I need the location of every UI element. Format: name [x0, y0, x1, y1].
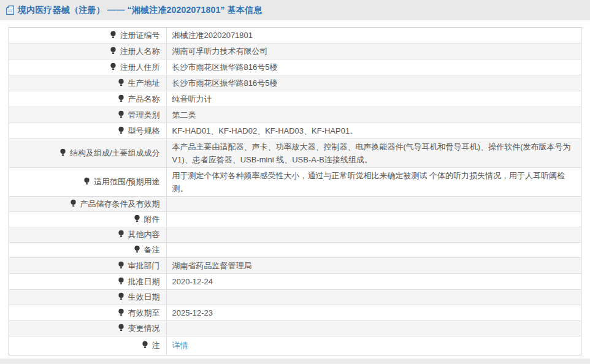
document-icon [6, 6, 14, 15]
bulb-icon [118, 261, 125, 271]
row-value-cell: 长沙市雨花区振华路816号5楼 [166, 59, 581, 75]
registration-table-body: 注册证编号 湘械注准20202071801 注册人名称 湖南可孚听力技术有限公司 [9, 28, 581, 355]
table-row: 批准日期 2020-12-24 [9, 274, 581, 290]
row-label: 附件 [144, 214, 160, 224]
row-value-cell: KF-HAD01、KF-HAD02、KF-HAD03、KF-HAP01。 [166, 123, 581, 139]
row-value-cell [166, 321, 581, 336]
row-label: 型号规格 [128, 126, 160, 135]
bulb-icon [110, 31, 117, 41]
row-value: 第二类 [172, 110, 196, 119]
row-label: 适用范围/预期用途 [94, 177, 160, 186]
row-value-cell: 用于测定个体对各种频率感受性大小，通过与正常听觉相比来确定被测试 个体的听力损失… [166, 168, 581, 197]
bulb-icon [142, 341, 148, 351]
bulb-icon [118, 110, 125, 121]
row-value-cell: 湖南可孚听力技术有限公司 [166, 44, 581, 59]
row-value-cell: 湖南省药品监督管理局 [166, 258, 581, 274]
row-label-cell: 型号规格 [9, 123, 166, 139]
row-value: 本产品主要由适配器、声卡、功率放大器、控制器、电声换能器件(气导耳机和骨导耳机)… [172, 142, 571, 164]
table-row: 注 详情 [9, 336, 581, 355]
bulb-icon [118, 308, 125, 319]
row-label: 注 [152, 341, 160, 350]
row-label-cell: 注 [9, 336, 166, 355]
bulb-icon [118, 94, 125, 105]
table-row: 注册人名称 湖南可孚听力技术有限公司 [9, 44, 581, 59]
row-label: 审批部门 [128, 261, 160, 270]
table-row: 管理类别 第二类 [9, 107, 581, 123]
row-label: 生效日期 [128, 292, 160, 301]
row-label: 产品名称 [128, 94, 160, 104]
row-value: 用于测定个体对各种频率感受性大小，通过与正常听觉相比来确定被测试 个体的听力损失… [172, 171, 565, 193]
header-bar: 境内医疗器械（注册） —— “湘械注准20202071801” 基本信息 [0, 0, 590, 20]
bulb-icon [110, 47, 117, 57]
row-label: 其他内容 [128, 230, 160, 239]
row-label-cell: 生产地址 [9, 75, 166, 91]
details-link[interactable]: 详情 [172, 341, 188, 350]
bulb-icon [118, 78, 125, 89]
table-row: 生效日期 [9, 290, 581, 305]
bulb-icon [118, 230, 125, 240]
row-label: 产品储存条件及有效期 [80, 199, 160, 208]
row-label: 生产地址 [128, 78, 160, 88]
row-label-cell: 注册人住所 [9, 59, 166, 75]
page-title: 境内医疗器械（注册） —— “湘械注准20202071801” 基本信息 [18, 5, 262, 16]
table-row: 备注 [9, 243, 581, 258]
row-label: 结构及组成/主要组成成分 [70, 148, 160, 157]
row-value-cell [166, 243, 581, 258]
table-row: 适用范围/预期用途 用于测定个体对各种频率感受性大小，通过与正常听觉相比来确定被… [9, 168, 581, 197]
bulb-icon [118, 324, 125, 334]
row-label-cell: 审批部门 [9, 258, 166, 274]
table-row: 产品储存条件及有效期 [9, 197, 581, 212]
row-label-cell: 适用范围/预期用途 [9, 168, 166, 197]
row-label-cell: 管理类别 [9, 107, 166, 123]
row-label-cell: 变更情况 [9, 321, 166, 336]
row-label-cell: 附件 [9, 212, 166, 227]
row-value: 2025-12-23 [172, 308, 213, 317]
table-row: 生产地址 长沙市雨花区振华路816号5楼 [9, 75, 581, 91]
table-row: 结构及组成/主要组成成分 本产品主要由适配器、声卡、功率放大器、控制器、电声换能… [9, 139, 581, 168]
registration-info-table: 注册证编号 湘械注准20202071801 注册人名称 湖南可孚听力技术有限公司 [9, 27, 581, 355]
row-label-cell: 产品储存条件及有效期 [9, 197, 166, 212]
row-label-cell: 其他内容 [9, 227, 166, 243]
row-label: 管理类别 [128, 110, 160, 119]
row-label-cell: 注册人名称 [9, 44, 166, 59]
row-value-cell [166, 197, 581, 212]
row-value-cell: 纯音听力计 [166, 91, 581, 107]
table-row: 变更情况 [9, 321, 581, 336]
row-label: 注册证编号 [120, 31, 160, 40]
row-value: 2020-12-24 [172, 277, 213, 286]
row-value-cell [166, 212, 581, 227]
row-value-cell [166, 227, 581, 243]
row-label-cell: 备注 [9, 243, 166, 258]
row-value: 长沙市雨花区振华路816号5楼 [172, 78, 278, 88]
row-value: 长沙市雨花区振华路816号5楼 [172, 63, 278, 72]
table-row: 附件 [9, 212, 581, 227]
row-value-cell: 本产品主要由适配器、声卡、功率放大器、控制器、电声换能器件(气导耳机和骨导耳机)… [166, 139, 581, 168]
row-value-cell: 详情 [166, 336, 581, 355]
row-label: 批准日期 [128, 277, 160, 286]
row-label-cell: 批准日期 [9, 274, 166, 290]
row-label: 备注 [144, 245, 160, 254]
bulb-icon [118, 277, 125, 287]
row-label-cell: 结构及组成/主要组成成分 [9, 139, 166, 168]
table-row: 审批部门 湖南省药品监督管理局 [9, 258, 581, 274]
bulb-icon [110, 63, 117, 73]
bulb-icon [59, 148, 66, 159]
bulb-icon [83, 177, 90, 188]
table-row: 注册证编号 湘械注准20202071801 [9, 28, 581, 44]
row-value: 湘械注准20202071801 [172, 31, 253, 40]
row-value-cell: 2025-12-23 [166, 305, 581, 321]
table-row: 注册人住所 长沙市雨花区振华路816号5楼 [9, 59, 581, 75]
row-value-cell: 2020-12-24 [166, 274, 581, 290]
row-label-cell: 有效期至 [9, 305, 166, 321]
bulb-icon [118, 292, 125, 303]
table-row: 其他内容 [9, 227, 581, 243]
bulb-icon [134, 245, 140, 256]
row-value: 纯音听力计 [172, 94, 212, 104]
row-value-cell: 第二类 [166, 107, 581, 123]
table-row: 产品名称 纯音听力计 [9, 91, 581, 107]
row-label-cell: 生效日期 [9, 290, 166, 305]
content-area: 注册证编号 湘械注准20202071801 注册人名称 湖南可孚听力技术有限公司 [0, 20, 590, 355]
table-row: 有效期至 2025-12-23 [9, 305, 581, 321]
row-label: 有效期至 [128, 308, 160, 317]
row-label: 变更情况 [128, 324, 160, 333]
